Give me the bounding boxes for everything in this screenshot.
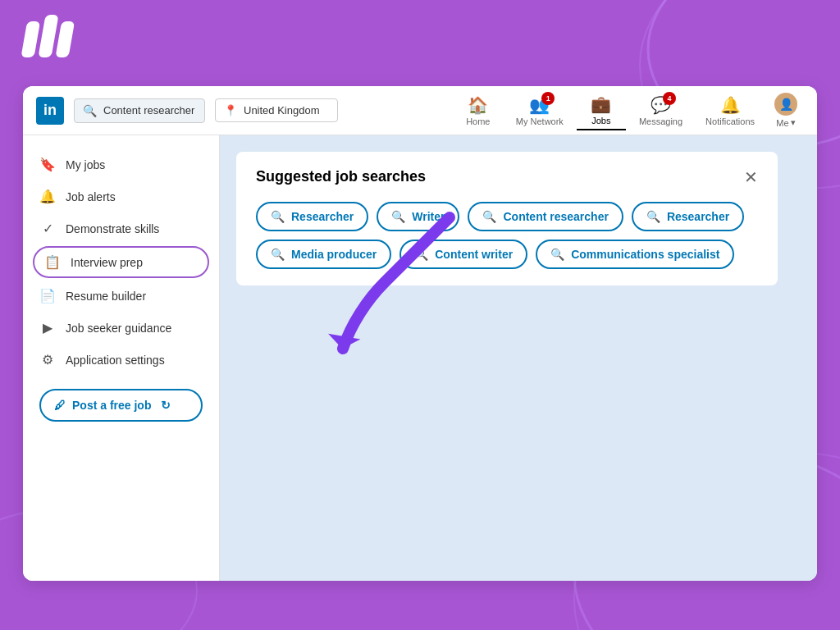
location-bar[interactable]: 📍 United Kingdom xyxy=(215,98,338,122)
sidebar-item-job-alerts[interactable]: 🔔 Job alerts xyxy=(23,180,219,212)
panel-header: Suggested job searches ✕ xyxy=(256,168,758,185)
sidebar-label-resume-builder: Resume builder xyxy=(66,290,146,303)
sidebar-item-interview-prep[interactable]: 📋 Interview prep xyxy=(33,246,209,278)
sidebar: 🔖 My jobs 🔔 Job alerts ✓ Demonstrate ski… xyxy=(23,135,220,581)
chip-label-content-writer: Content writer xyxy=(435,248,513,261)
sidebar-label-interview-prep: Interview prep xyxy=(71,256,143,269)
gear-icon: ⚙ xyxy=(39,352,56,368)
main-content: Suggested job searches ✕ 🔍 Researcher 🔍 … xyxy=(220,135,817,581)
sidebar-label-my-jobs: My jobs xyxy=(66,158,105,171)
nav-label-messaging: Messaging xyxy=(639,116,682,126)
location-pin-icon: 📍 xyxy=(224,104,237,116)
linkedin-logo[interactable]: in xyxy=(36,97,64,125)
nav-label-notifications: Notifications xyxy=(705,116,755,126)
sidebar-item-demonstrate-skills[interactable]: ✓ Demonstrate skills xyxy=(23,212,219,244)
chip-label-media-producer: Media producer xyxy=(291,248,377,261)
svg-marker-6 xyxy=(326,334,360,352)
bookmark-icon: 🔖 xyxy=(39,157,56,172)
bell-icon: 🔔 xyxy=(39,189,56,204)
nav-label-me: Me ▾ xyxy=(776,117,795,128)
notifications-icon: 🔔 xyxy=(720,95,741,115)
nav-label-network: My Network xyxy=(516,116,564,126)
chip-label-communications-specialist: Communications specialist xyxy=(571,248,719,261)
chip-researcher-1[interactable]: 🔍 Researcher xyxy=(256,202,368,231)
panel-title: Suggested job searches xyxy=(256,168,426,185)
chip-communications-specialist[interactable]: 🔍 Communications specialist xyxy=(536,240,734,269)
search-value: Content researcher xyxy=(103,104,194,116)
messaging-icon: 💬 4 xyxy=(651,95,671,115)
jobs-icon: 💼 xyxy=(591,94,611,114)
chip-search-icon-6: 🔍 xyxy=(414,248,428,261)
chip-label-writer: Writer xyxy=(412,210,445,223)
chevron-down-icon: ▾ xyxy=(791,117,796,128)
post-job-icon: 🖊 xyxy=(54,399,66,412)
nav-item-messaging[interactable]: 💬 4 Messaging xyxy=(629,92,692,130)
chip-search-icon-2: 🔍 xyxy=(391,210,405,223)
location-value: United Kingdom xyxy=(244,104,320,116)
post-free-job-button[interactable]: 🖊 Post a free job ↻ xyxy=(39,389,203,422)
chip-writer[interactable]: 🔍 Writer xyxy=(377,202,459,231)
nav-item-jobs[interactable]: 💼 Jobs xyxy=(577,91,626,130)
nav-item-home[interactable]: 🏠 Home xyxy=(454,92,503,130)
chip-label-content-researcher: Content researcher xyxy=(503,210,608,223)
nav-items: 🏠 Home 👥 1 My Network 💼 Jobs 💬 4 Me xyxy=(454,89,804,131)
search-bar[interactable]: 🔍 Content researcher xyxy=(74,98,205,123)
main-card: in 🔍 Content researcher 📍 United Kingdom… xyxy=(23,86,817,581)
job-chips-container: 🔍 Researcher 🔍 Writer 🔍 Content research… xyxy=(256,202,758,269)
page-icon: 📄 xyxy=(39,288,56,304)
sidebar-item-resume-builder[interactable]: 📄 Resume builder xyxy=(23,280,219,312)
chip-search-icon-5: 🔍 xyxy=(271,248,285,261)
nav-label-home: Home xyxy=(466,116,490,126)
chip-label-researcher-1: Researcher xyxy=(291,210,354,223)
sidebar-label-application-settings: Application settings xyxy=(66,354,165,367)
home-icon: 🏠 xyxy=(468,95,488,115)
document-icon: 📋 xyxy=(44,254,61,270)
brand-logo xyxy=(25,15,72,57)
chip-content-writer[interactable]: 🔍 Content writer xyxy=(399,240,527,269)
loading-icon: ↻ xyxy=(161,399,171,412)
card-body: 🔖 My jobs 🔔 Job alerts ✓ Demonstrate ski… xyxy=(23,135,817,581)
chip-researcher-2[interactable]: 🔍 Researcher xyxy=(632,202,744,231)
chip-search-icon-3: 🔍 xyxy=(482,210,496,223)
sidebar-label-demonstrate-skills: Demonstrate skills xyxy=(66,222,159,235)
sidebar-item-application-settings[interactable]: ⚙ Application settings xyxy=(23,344,219,376)
network-badge: 1 xyxy=(541,92,555,105)
nav-item-me[interactable]: 👤 Me ▾ xyxy=(768,89,804,131)
chip-search-icon-4: 🔍 xyxy=(646,210,660,223)
play-icon: ▶ xyxy=(39,320,56,336)
search-icon: 🔍 xyxy=(83,104,97,117)
chip-media-producer[interactable]: 🔍 Media producer xyxy=(256,240,391,269)
chip-search-icon-1: 🔍 xyxy=(271,210,285,223)
avatar: 👤 xyxy=(774,93,797,116)
nav-item-network[interactable]: 👥 1 My Network xyxy=(506,92,573,130)
messaging-badge: 4 xyxy=(663,92,676,105)
chip-content-researcher[interactable]: 🔍 Content researcher xyxy=(468,202,623,231)
close-button[interactable]: ✕ xyxy=(744,169,758,185)
network-icon: 👥 1 xyxy=(529,95,550,115)
linkedin-header: in 🔍 Content researcher 📍 United Kingdom… xyxy=(23,86,817,135)
chip-search-icon-7: 🔍 xyxy=(550,248,564,261)
sidebar-label-job-seeker-guidance: Job seeker guidance xyxy=(66,322,171,335)
sidebar-label-job-alerts: Job alerts xyxy=(66,190,116,203)
sidebar-item-job-seeker-guidance[interactable]: ▶ Job seeker guidance xyxy=(23,312,219,344)
nav-item-notifications[interactable]: 🔔 Notifications xyxy=(696,92,765,130)
nav-label-jobs: Jobs xyxy=(591,116,610,126)
check-icon: ✓ xyxy=(39,221,56,236)
chip-label-researcher-2: Researcher xyxy=(667,210,729,223)
sidebar-item-my-jobs[interactable]: 🔖 My jobs xyxy=(23,148,219,180)
post-job-label: Post a free job xyxy=(72,399,151,412)
suggested-jobs-panel: Suggested job searches ✕ 🔍 Researcher 🔍 … xyxy=(236,152,778,285)
